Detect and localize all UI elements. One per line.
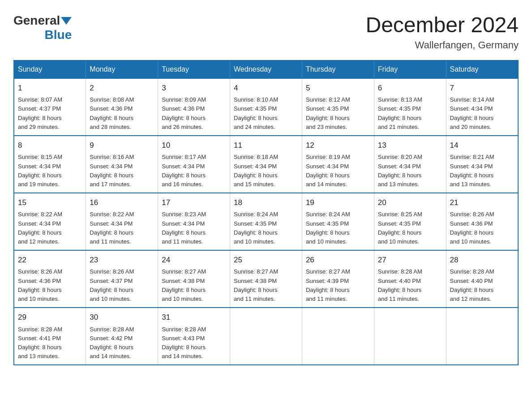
day-info: Sunrise: 8:09 AM Sunset: 4:36 PM Dayligh… [162,96,206,130]
day-number: 2 [90,82,154,94]
header-wednesday: Wednesday [230,60,302,78]
table-row: 18 Sunrise: 8:24 AM Sunset: 4:35 PM Dayl… [230,193,302,250]
day-info: Sunrise: 8:28 AM Sunset: 4:42 PM Dayligh… [90,326,134,360]
table-row: 30 Sunrise: 8:28 AM Sunset: 4:42 PM Dayl… [86,308,158,365]
day-info: Sunrise: 8:10 AM Sunset: 4:35 PM Dayligh… [234,96,278,130]
day-info: Sunrise: 8:16 AM Sunset: 4:34 PM Dayligh… [90,154,134,187]
calendar-week-row: 29 Sunrise: 8:28 AM Sunset: 4:41 PM Dayl… [14,308,518,365]
day-number: 28 [450,254,514,266]
day-info: Sunrise: 8:26 AM Sunset: 4:37 PM Dayligh… [90,268,134,302]
header-sunday: Sunday [14,60,86,78]
table-row: 19 Sunrise: 8:24 AM Sunset: 4:35 PM Dayl… [302,193,374,250]
day-info: Sunrise: 8:25 AM Sunset: 4:35 PM Dayligh… [378,211,422,244]
table-row: 27 Sunrise: 8:28 AM Sunset: 4:40 PM Dayl… [374,250,446,308]
day-number: 6 [378,82,442,94]
logo: General Blue [13,13,72,42]
day-info: Sunrise: 8:20 AM Sunset: 4:34 PM Dayligh… [378,154,422,187]
calendar-week-row: 1 Sunrise: 8:07 AM Sunset: 4:37 PM Dayli… [14,78,518,136]
header-thursday: Thursday [302,60,374,78]
day-number: 11 [234,140,298,151]
day-number: 10 [162,140,226,151]
day-number: 19 [306,197,370,209]
table-row: 5 Sunrise: 8:12 AM Sunset: 4:35 PM Dayli… [302,78,374,136]
day-info: Sunrise: 8:17 AM Sunset: 4:34 PM Dayligh… [162,154,206,187]
day-number: 3 [162,82,226,94]
month-title: December 2024 [365,13,519,37]
day-info: Sunrise: 8:22 AM Sunset: 4:34 PM Dayligh… [90,211,134,244]
day-number: 20 [378,197,442,209]
header-monday: Monday [86,60,158,78]
day-info: Sunrise: 8:07 AM Sunset: 4:37 PM Dayligh… [18,96,62,130]
day-info: Sunrise: 8:27 AM Sunset: 4:38 PM Dayligh… [234,268,278,302]
table-row: 3 Sunrise: 8:09 AM Sunset: 4:36 PM Dayli… [158,78,230,136]
day-number: 29 [18,312,82,323]
calendar-table: Sunday Monday Tuesday Wednesday Thursday… [13,60,519,365]
day-info: Sunrise: 8:15 AM Sunset: 4:34 PM Dayligh… [18,154,62,187]
day-number: 17 [162,197,226,209]
table-row: 4 Sunrise: 8:10 AM Sunset: 4:35 PM Dayli… [230,78,302,136]
day-number: 24 [162,254,226,266]
table-row: 16 Sunrise: 8:22 AM Sunset: 4:34 PM Dayl… [86,193,158,250]
table-row: 13 Sunrise: 8:20 AM Sunset: 4:34 PM Dayl… [374,136,446,193]
day-info: Sunrise: 8:14 AM Sunset: 4:34 PM Dayligh… [450,96,494,130]
day-number: 23 [90,254,154,266]
table-row: 23 Sunrise: 8:26 AM Sunset: 4:37 PM Dayl… [86,250,158,308]
logo-blue: Blue [45,28,72,42]
table-row: 25 Sunrise: 8:27 AM Sunset: 4:38 PM Dayl… [230,250,302,308]
table-row: 20 Sunrise: 8:25 AM Sunset: 4:35 PM Dayl… [374,193,446,250]
calendar-week-row: 15 Sunrise: 8:22 AM Sunset: 4:34 PM Dayl… [14,193,518,250]
day-number: 18 [234,197,298,209]
day-info: Sunrise: 8:12 AM Sunset: 4:35 PM Dayligh… [306,96,350,130]
day-number: 26 [306,254,370,266]
day-number: 9 [90,140,154,151]
day-number: 4 [234,82,298,94]
table-row: 26 Sunrise: 8:27 AM Sunset: 4:39 PM Dayl… [302,250,374,308]
day-info: Sunrise: 8:08 AM Sunset: 4:36 PM Dayligh… [90,96,134,130]
calendar-week-row: 22 Sunrise: 8:26 AM Sunset: 4:36 PM Dayl… [14,250,518,308]
day-info: Sunrise: 8:26 AM Sunset: 4:36 PM Dayligh… [18,268,62,302]
calendar-week-row: 8 Sunrise: 8:15 AM Sunset: 4:34 PM Dayli… [14,136,518,193]
table-row: 22 Sunrise: 8:26 AM Sunset: 4:36 PM Dayl… [14,250,86,308]
header-saturday: Saturday [446,60,518,78]
day-number: 1 [18,82,82,94]
day-number: 21 [450,197,514,209]
day-number: 27 [378,254,442,266]
table-row: 8 Sunrise: 8:15 AM Sunset: 4:34 PM Dayli… [14,136,86,193]
table-row: 29 Sunrise: 8:28 AM Sunset: 4:41 PM Dayl… [14,308,86,365]
day-info: Sunrise: 8:24 AM Sunset: 4:35 PM Dayligh… [306,211,350,244]
page-header: General Blue December 2024 Wallerfangen,… [13,13,519,51]
day-info: Sunrise: 8:27 AM Sunset: 4:39 PM Dayligh… [306,268,350,302]
table-row [374,308,446,365]
table-row: 15 Sunrise: 8:22 AM Sunset: 4:34 PM Dayl… [14,193,86,250]
day-number: 8 [18,140,82,151]
logo-general: General [13,13,60,28]
day-number: 31 [162,312,226,323]
day-info: Sunrise: 8:26 AM Sunset: 4:36 PM Dayligh… [450,211,494,244]
day-info: Sunrise: 8:28 AM Sunset: 4:43 PM Dayligh… [162,326,206,360]
day-number: 5 [306,82,370,94]
day-number: 12 [306,140,370,151]
table-row [302,308,374,365]
table-row: 31 Sunrise: 8:28 AM Sunset: 4:43 PM Dayl… [158,308,230,365]
table-row: 12 Sunrise: 8:19 AM Sunset: 4:34 PM Dayl… [302,136,374,193]
table-row: 7 Sunrise: 8:14 AM Sunset: 4:34 PM Dayli… [446,78,518,136]
day-number: 13 [378,140,442,151]
table-row: 14 Sunrise: 8:21 AM Sunset: 4:34 PM Dayl… [446,136,518,193]
day-info: Sunrise: 8:22 AM Sunset: 4:34 PM Dayligh… [18,211,62,244]
day-info: Sunrise: 8:24 AM Sunset: 4:35 PM Dayligh… [234,211,278,244]
table-row: 10 Sunrise: 8:17 AM Sunset: 4:34 PM Dayl… [158,136,230,193]
table-row: 17 Sunrise: 8:23 AM Sunset: 4:34 PM Dayl… [158,193,230,250]
day-info: Sunrise: 8:28 AM Sunset: 4:40 PM Dayligh… [378,268,422,302]
calendar-header-row: Sunday Monday Tuesday Wednesday Thursday… [14,60,518,78]
header-friday: Friday [374,60,446,78]
day-info: Sunrise: 8:28 AM Sunset: 4:40 PM Dayligh… [450,268,494,302]
day-info: Sunrise: 8:23 AM Sunset: 4:34 PM Dayligh… [162,211,206,244]
table-row: 21 Sunrise: 8:26 AM Sunset: 4:36 PM Dayl… [446,193,518,250]
day-number: 14 [450,140,514,151]
day-info: Sunrise: 8:21 AM Sunset: 4:34 PM Dayligh… [450,154,494,187]
day-number: 15 [18,197,82,209]
title-section: December 2024 Wallerfangen, Germany [365,13,519,51]
table-row [446,308,518,365]
day-info: Sunrise: 8:19 AM Sunset: 4:34 PM Dayligh… [306,154,350,187]
day-info: Sunrise: 8:28 AM Sunset: 4:41 PM Dayligh… [18,326,62,360]
